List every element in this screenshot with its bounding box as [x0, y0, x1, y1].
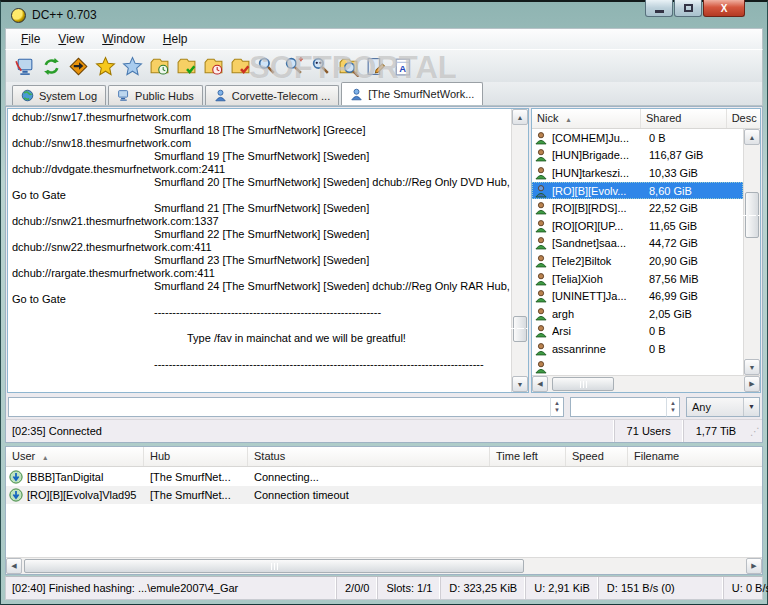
- resize-grip[interactable]: ⋰: [748, 426, 762, 437]
- column-header-speed[interactable]: Speed: [566, 447, 628, 466]
- chat-line: Smurfland 24 [The SmurfNetwork] [Sweden]…: [12, 280, 511, 293]
- scroll-right-icon[interactable]: ▶: [746, 558, 762, 574]
- column-header-timeleft[interactable]: Time left: [490, 447, 566, 466]
- menu-item-help[interactable]: Help: [154, 30, 197, 48]
- user-icon: [534, 236, 548, 250]
- search-spy-button[interactable]: [308, 53, 334, 79]
- userlist-vertical-scrollbar[interactable]: ▲ ▼: [743, 129, 760, 375]
- search-button[interactable]: [254, 53, 280, 79]
- chat-line: dchub://snw17.thesmurfnetwork.com: [12, 111, 511, 124]
- column-header-hub[interactable]: Hub: [144, 447, 248, 466]
- user-nick: [Sandnet]saa...: [552, 237, 644, 249]
- userlist-filter-input[interactable]: [570, 397, 666, 417]
- userlist-scroll-thumb[interactable]: [745, 192, 759, 238]
- column-header-status[interactable]: Status: [248, 447, 490, 466]
- user-nick: [Tele2]Biltok: [552, 255, 644, 267]
- user-icon: [534, 254, 548, 268]
- transfer-row[interactable]: [RO][B][Evolva]Vlad95[The SmurfNet...Con…: [6, 486, 762, 505]
- scroll-up-icon[interactable]: ▲: [512, 109, 528, 125]
- transfers-horizontal-scrollbar[interactable]: ◀ ▶: [6, 557, 762, 574]
- user-list-row[interactable]: [Tele2]Biltok20,90 GiB: [532, 252, 743, 270]
- userlist-hscroll-thumb[interactable]: [552, 377, 614, 391]
- chat-scroll-track[interactable]: [512, 125, 528, 376]
- reconnect-button[interactable]: [38, 53, 64, 79]
- scroll-left-icon[interactable]: ◀: [532, 376, 548, 392]
- menu-item-view[interactable]: View: [49, 30, 93, 48]
- column-header-filename[interactable]: Filename: [628, 447, 762, 466]
- user-list-row[interactable]: [HUN]tarkeszi...10,33 GiB: [532, 164, 743, 182]
- tab-system-log[interactable]: System Log: [12, 85, 106, 105]
- chat-message-input[interactable]: [8, 397, 550, 417]
- finished-downloads-button[interactable]: [173, 53, 199, 79]
- follow-redirect-button[interactable]: [65, 53, 91, 79]
- combo-value: Any: [692, 401, 711, 413]
- chat-scroll-thumb[interactable]: [513, 316, 527, 342]
- transfer-row[interactable]: [BBB]TanDigital[The SmurfNet...Connectin…: [6, 467, 762, 486]
- spin-up-icon[interactable]: ▲: [554, 400, 560, 407]
- spin-up-icon[interactable]: ▲: [670, 400, 676, 407]
- user-list-row[interactable]: argh2,05 GiB: [532, 305, 743, 323]
- user-nick: [HUN]tarkeszi...: [552, 167, 644, 179]
- download-queue-button[interactable]: [146, 53, 172, 79]
- adl-search-button[interactable]: [281, 53, 307, 79]
- column-header-nick[interactable]: Nick▴: [532, 109, 641, 128]
- user-list-row[interactable]: [COMHEM]Ju...0 B: [532, 129, 743, 147]
- transfers-hscroll-thumb[interactable]: [24, 559, 524, 573]
- notepad-button[interactable]: A: [389, 53, 415, 79]
- spin-down-icon[interactable]: ▼: [670, 407, 676, 414]
- user-list-row[interactable]: [Telia]Xioh87,56 MiB: [532, 270, 743, 288]
- user-list-row[interactable]: [HUN]Brigade...116,87 GiB: [532, 147, 743, 165]
- user-list-row[interactable]: [RO][B][Evolv...8,60 GiB: [532, 182, 743, 200]
- tab-public-hubs[interactable]: Public Hubs: [108, 85, 203, 105]
- minimize-button[interactable]: [645, 0, 673, 17]
- main-chat[interactable]: dchub://snw17.thesmurfnetwork.comSmurfla…: [7, 108, 529, 393]
- favorite-hubs-button[interactable]: [92, 53, 118, 79]
- thumb-grip: [271, 563, 278, 570]
- public-hubs-button[interactable]: [11, 53, 37, 79]
- scroll-right-icon[interactable]: ▶: [744, 376, 760, 392]
- user-list-row[interactable]: assanrinne0 B: [532, 340, 743, 358]
- userlist-horizontal-scrollbar[interactable]: ◀ ▶: [532, 375, 760, 392]
- user-list-row[interactable]: [RO][B][RDS]...22,52 GiB: [532, 199, 743, 217]
- user-shared: 10,33 GiB: [644, 167, 732, 179]
- transfers-hscroll-track[interactable]: [22, 558, 746, 574]
- settings-button[interactable]: [362, 53, 388, 79]
- titlebar[interactable]: DC++ 0.703 X: [5, 2, 763, 28]
- filter-spinner[interactable]: ▲▼: [666, 397, 680, 417]
- user-list-row[interactable]: [RO][OR][UP...11,65 GiB: [532, 217, 743, 235]
- column-header-shared[interactable]: Shared: [641, 109, 727, 128]
- favorite-users-button[interactable]: [119, 53, 145, 79]
- menu-item-file[interactable]: File: [12, 30, 49, 48]
- chevron-down-icon[interactable]: ▼: [743, 398, 759, 416]
- maximize-button[interactable]: [674, 0, 702, 17]
- chat-vertical-scrollbar[interactable]: ▲ ▼: [511, 109, 528, 392]
- userlist-hscroll-track[interactable]: [548, 376, 744, 392]
- column-header-user[interactable]: User▴: [6, 447, 144, 466]
- user-icon: [534, 360, 548, 374]
- waiting-users-button[interactable]: [200, 53, 226, 79]
- open-filelist-button[interactable]: [335, 53, 361, 79]
- column-header-desc[interactable]: Desc: [727, 109, 760, 128]
- chat-input-spinner[interactable]: ▲▼: [550, 397, 564, 417]
- scroll-down-icon[interactable]: ▼: [744, 359, 760, 375]
- tab-the-smurfnetwork[interactable]: [The SmurfNetWork...: [341, 82, 483, 105]
- scroll-down-icon[interactable]: ▼: [512, 376, 528, 392]
- close-button[interactable]: X: [703, 0, 745, 17]
- userlist-scroll-track[interactable]: [744, 145, 760, 359]
- scroll-up-icon[interactable]: ▲: [744, 129, 760, 145]
- user-list-row[interactable]: [UNINETT]Ja...46,99 GiB: [532, 287, 743, 305]
- filter-column-combo[interactable]: Any ▼: [686, 397, 760, 417]
- menu-item-window[interactable]: Window: [93, 30, 154, 48]
- user-shared: 22,52 GiB: [644, 202, 732, 214]
- tab-corvette-telecom[interactable]: Corvette-Telecom ...: [205, 85, 339, 105]
- finished-uploads-button[interactable]: [227, 53, 253, 79]
- sort-arrow-icon: ▴: [43, 453, 47, 462]
- scroll-left-icon[interactable]: ◀: [6, 558, 22, 574]
- user-shared: 116,87 GiB: [644, 149, 732, 161]
- user-shared: 46,99 GiB: [644, 290, 732, 302]
- user-list-row[interactable]: Arsi0 B: [532, 323, 743, 341]
- tab-label: [The SmurfNetWork...: [368, 88, 474, 100]
- spin-down-icon[interactable]: ▼: [554, 407, 560, 414]
- user-list-row[interactable]: [Sandnet]saa...44,72 GiB: [532, 235, 743, 253]
- chat-line: [12, 345, 511, 358]
